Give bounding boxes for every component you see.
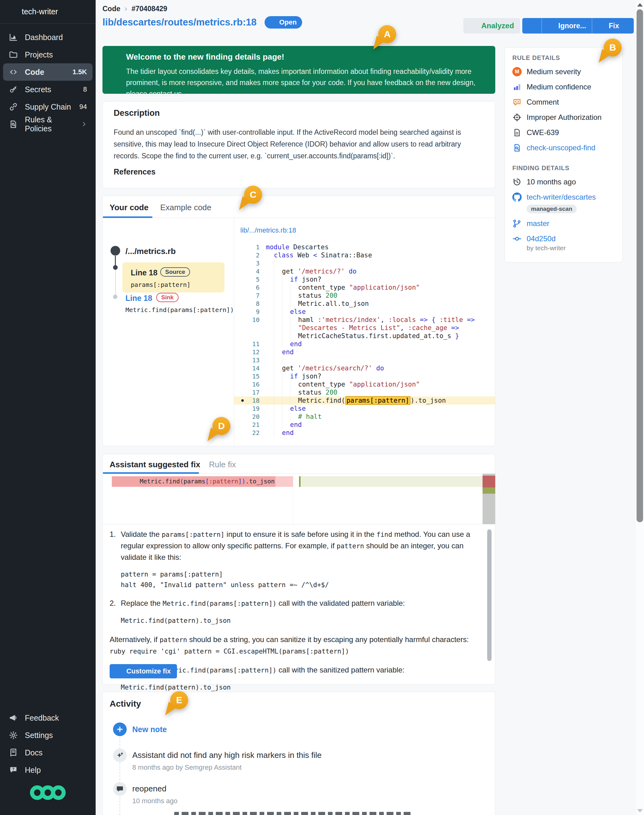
code-line-6: 6content_type "application/json": [234, 283, 495, 291]
customize-fix-button[interactable]: Customize fix: [110, 664, 177, 679]
chevron-down-icon: [622, 23, 628, 29]
references-toggle[interactable]: References: [113, 167, 166, 176]
rule-details-card: RULE DETAILS MMedium severityMedium conf…: [504, 47, 623, 262]
tab-rule-fix[interactable]: Rule fix: [209, 460, 236, 469]
sidebar-item-settings[interactable]: Settings: [3, 726, 92, 744]
repo-badge: managed-scan: [527, 205, 577, 213]
scroll-up-arrow[interactable]: [637, 3, 643, 6]
code-line-21: 21end: [234, 421, 495, 429]
org-name: tech-writer: [22, 7, 58, 16]
finding-details-page: tech-writer DashboardProjectsCode1.5KSec…: [0, 0, 644, 815]
sidebar-item-docs[interactable]: Docs: [3, 744, 92, 761]
breadcrumb-code[interactable]: Code: [103, 5, 121, 13]
minimap-removed-mark: [483, 476, 495, 487]
ignore-button[interactable]: Ignore...: [541, 18, 592, 34]
sidebar-item-projects[interactable]: Projects: [3, 46, 92, 63]
sink-code: Metric.find(params[:pattern]): [126, 306, 234, 314]
refresh-icon: [116, 668, 123, 675]
fix-button[interactable]: Fix: [592, 18, 633, 34]
trace-source-card[interactable]: Line 18 Source params[:pattern]: [122, 262, 224, 293]
sidebar-nav: DashboardProjectsCode1.5KSecrets8Supply …: [0, 29, 96, 133]
code-line-18: 18Metric.find(params[:pattern]).to_json: [234, 397, 495, 404]
finding-line-bullet: [241, 399, 244, 402]
sink-line-link[interactable]: Line 18: [126, 294, 152, 303]
fix-instructions-scrollbar[interactable]: [487, 529, 492, 661]
detail-row-medium-severity: MMedium severity: [512, 64, 617, 79]
code-line-7: 7status 200: [234, 291, 495, 300]
org-switcher[interactable]: tech-writer: [0, 0, 96, 24]
welcome-banner: Welcome to the new finding details page!…: [103, 46, 495, 94]
sidebar-item-secrets[interactable]: Secrets8: [3, 81, 92, 98]
code-line-8: 8Metric.all.to_json: [234, 300, 495, 308]
description-card: Description Found an unscoped `find(...)…: [103, 101, 495, 188]
code-viewer: lib/.../metrics.rb:18 1module Descartes2…: [234, 218, 495, 446]
more-actions-button[interactable]: [522, 18, 541, 34]
detail-row-04d250d[interactable]: 04d250d: [512, 231, 617, 246]
trace-source-dot: [113, 265, 118, 270]
fix-step: 2.Replace the Metric.find(params[:patter…: [110, 597, 479, 609]
page-scrollbar[interactable]: [635, 0, 644, 815]
sidebar-item-rules-policies[interactable]: Rules & Policies: [3, 115, 92, 133]
item-count: 8: [83, 85, 87, 93]
breadcrumb-chevron: ›: [125, 5, 127, 13]
description-body: Found an unscoped `find(...)` with user-…: [113, 126, 486, 162]
commit-icon: [512, 234, 522, 244]
plus-icon: [113, 723, 127, 736]
banner-body: The tidier layout consolidates key detai…: [126, 66, 486, 100]
code-line-16: 16content_type "application/json": [234, 380, 495, 388]
activity-timestamp: 10 months ago: [132, 797, 178, 805]
projects-icon: [9, 50, 18, 59]
sidebar-item-supply-chain[interactable]: Supply Chain94: [3, 98, 92, 115]
code-line-20: 20# halt: [234, 413, 495, 421]
analyzed-button[interactable]: Analyzed: [463, 18, 520, 34]
rule-search-icon: [512, 143, 522, 152]
finding-details-heading: FINDING DETAILS: [512, 165, 617, 172]
sidebar-item-dashboard[interactable]: Dashboard: [3, 29, 92, 46]
tab-example-code[interactable]: Example code: [160, 203, 212, 212]
annotation-marker-d: D: [212, 417, 230, 435]
close-icon[interactable]: [479, 52, 487, 60]
breadcrumb: Code › #70408429: [103, 5, 167, 13]
code-line-9: 9else: [234, 308, 495, 316]
detail-row-check-unscoped-find[interactable]: check-unscoped-find: [512, 140, 617, 155]
info-icon: [111, 52, 121, 61]
title-row: lib/descartes/routes/metrics.rb:18 Open: [103, 16, 302, 29]
feedback-icon: [9, 713, 18, 723]
activity-title[interactable]: New note: [132, 725, 167, 734]
diff-minimap-scrollbar[interactable]: [483, 474, 495, 524]
fix-code-block: pattern = params[:pattern] halt 400, "In…: [121, 569, 479, 590]
minimap-added-mark: [483, 487, 495, 494]
code-line-13: 13: [234, 356, 495, 364]
detail-row-tech-writer-descartes[interactable]: tech-writer/descartes: [512, 189, 617, 205]
scrollbar-thumb[interactable]: [636, 9, 643, 522]
tab-assistant-fix[interactable]: Assistant suggested fix: [110, 460, 200, 469]
source-badge: Source: [160, 267, 190, 277]
sidebar-item-code[interactable]: Code1.5K: [3, 63, 92, 81]
document-icon: [512, 128, 522, 137]
code-icon: [9, 67, 18, 77]
scroll-down-arrow[interactable]: [637, 809, 643, 812]
fix-card: Assistant suggested fix Rule fix Metric.…: [103, 454, 495, 685]
diff-removed-line: Metric.find(params[:pattern]).to_json: [112, 476, 275, 487]
branch-icon: [512, 219, 522, 228]
code-line-19: 19else: [234, 404, 495, 413]
code-tabs: Your code Example code: [103, 196, 495, 218]
code-line-3: 3: [234, 259, 495, 267]
detail-row-10-months-ago: 10 months ago: [512, 174, 617, 189]
sidebar-item-help[interactable]: ?Help: [3, 761, 92, 779]
annotation-marker-e: E: [170, 691, 188, 709]
annotation-marker-c: C: [244, 186, 262, 204]
help-icon: ?: [9, 765, 18, 775]
dots-vertical-icon: [528, 22, 536, 29]
detail-row-improper-authorization: Improper Authorization: [512, 110, 617, 125]
semgrep-logo: [30, 783, 66, 802]
fix-code-block: Metric.find(pattern).to_json: [121, 615, 479, 626]
hamburger-icon[interactable]: [7, 8, 15, 16]
detail-row-master[interactable]: master: [512, 216, 617, 231]
code-file-ref[interactable]: lib/.../metrics.rb:18: [240, 226, 296, 234]
rule-details-rows: MMedium severityMedium confidenceComment…: [512, 64, 617, 155]
code-line-2: 2class Web < Sinatra::Base: [234, 251, 495, 259]
sidebar-item-feedback[interactable]: Feedback: [3, 709, 92, 726]
trace-sink-dot: [113, 295, 117, 299]
tab-your-code[interactable]: Your code: [110, 203, 149, 212]
